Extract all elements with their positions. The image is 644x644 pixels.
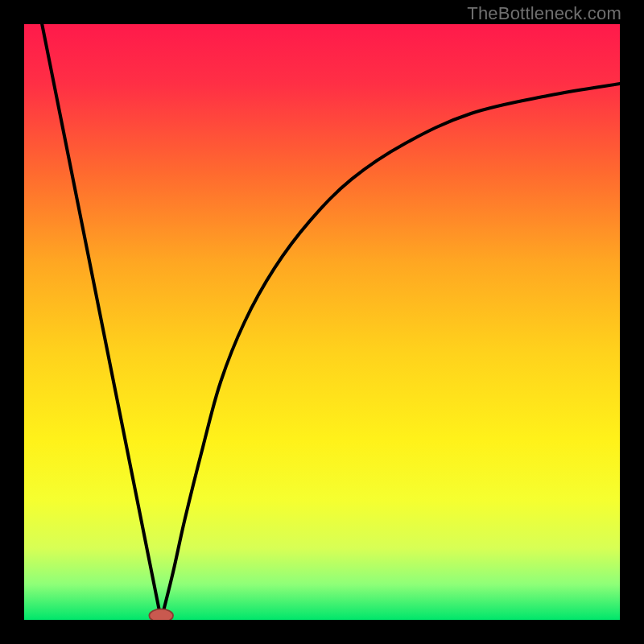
- bottleneck-chart: [24, 24, 620, 620]
- minimum-marker: [149, 609, 173, 620]
- gradient-background: [24, 24, 620, 620]
- watermark-text: TheBottleneck.com: [467, 3, 621, 24]
- chart-frame: [24, 24, 620, 620]
